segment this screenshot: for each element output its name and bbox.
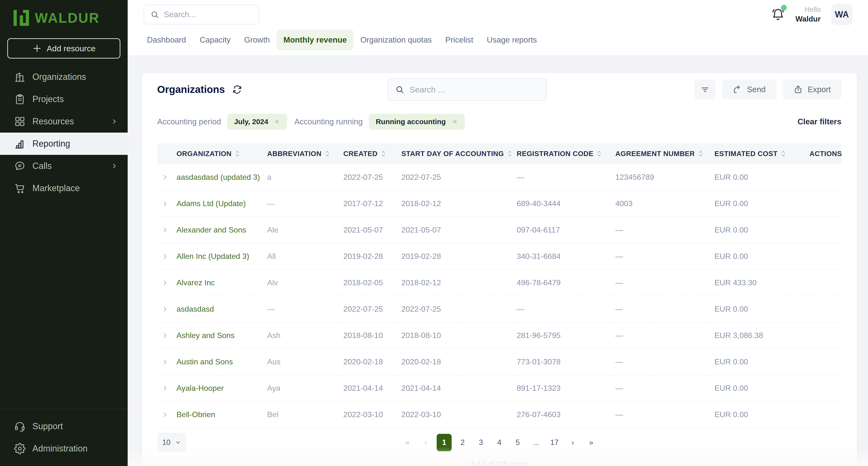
- sidebar-item-calls[interactable]: Calls: [0, 155, 128, 177]
- start-day-cell: 2019-02-28: [397, 243, 512, 269]
- agreement-number-cell: —: [611, 401, 710, 428]
- abbreviation-cell: —: [263, 191, 339, 217]
- page-button-1[interactable]: 1: [437, 434, 452, 451]
- notifications-button[interactable]: [771, 8, 785, 21]
- organization-link[interactable]: aasdasdasd (updated 3): [177, 173, 260, 181]
- organization-link[interactable]: Allen Inc (Updated 3): [177, 252, 249, 261]
- tab-growth[interactable]: Growth: [238, 30, 277, 50]
- row-expander[interactable]: [157, 322, 172, 349]
- registration-code-cell: 773-01-3078: [512, 349, 611, 375]
- sidebar-item-administration[interactable]: Administration: [0, 437, 128, 460]
- sidebar-item-organizations[interactable]: Organizations: [0, 66, 128, 88]
- page-first-button[interactable]: «: [400, 434, 415, 451]
- row-expander[interactable]: [157, 191, 172, 217]
- registration-code-cell: 496-78-6479: [512, 269, 611, 296]
- col-created[interactable]: CREATED: [339, 143, 397, 164]
- tab-pricelist[interactable]: Pricelist: [439, 30, 480, 50]
- filter-chip-accounting-period[interactable]: July, 2024: [227, 114, 287, 130]
- created-cell: 2021-04-14: [339, 375, 397, 401]
- organization-link[interactable]: Ayala-Hooper: [177, 384, 224, 392]
- row-expander[interactable]: [157, 401, 172, 428]
- tab-organization-quotas[interactable]: Organization quotas: [353, 30, 438, 50]
- table-row: Ayala-Hooper Aya 2021-04-14 2021-04-14 8…: [157, 375, 841, 401]
- topbar: Hello Waldur WA: [128, 0, 868, 29]
- global-search[interactable]: [144, 5, 259, 24]
- avatar[interactable]: WA: [831, 4, 852, 25]
- export-button[interactable]: Export: [783, 80, 841, 99]
- col-estimated-cost[interactable]: ESTIMATED COST: [710, 143, 805, 164]
- sidebar-item-support[interactable]: Support: [0, 415, 128, 437]
- tab-monthly-revenue[interactable]: Monthly revenue: [277, 30, 353, 50]
- filter-button[interactable]: [694, 80, 716, 99]
- agreement-number-cell: 4003: [611, 191, 710, 217]
- organization-link[interactable]: Ashley and Sons: [177, 331, 235, 340]
- row-expander[interactable]: [157, 375, 172, 401]
- send-button[interactable]: Send: [722, 80, 776, 99]
- sidebar-item-reporting[interactable]: Reporting: [0, 133, 128, 155]
- table-row: Ashley and Sons Ash 2018-08-10 2018-08-1…: [157, 322, 841, 349]
- sidebar-item-label: Projects: [32, 94, 64, 104]
- actions-cell: [805, 243, 841, 269]
- clear-filters-link[interactable]: Clear filters: [797, 117, 841, 126]
- tab-capacity[interactable]: Capacity: [193, 30, 237, 50]
- filter-label: Accounting running: [294, 117, 363, 126]
- col-organization[interactable]: ORGANIZATION: [172, 143, 263, 164]
- page-button-4[interactable]: 4: [492, 434, 507, 451]
- sort-icon: [325, 150, 330, 157]
- sidebar-item-projects[interactable]: Projects: [0, 88, 128, 110]
- chevron-right-icon: [161, 280, 168, 286]
- sidebar-nav: Organizations Projects Resources: [0, 66, 128, 199]
- page-size-select[interactable]: 10: [157, 433, 186, 453]
- organization-link[interactable]: Austin and Sons: [177, 357, 233, 366]
- close-icon[interactable]: [274, 119, 280, 125]
- col-start-day[interactable]: START DAY OF ACCOUNTING: [397, 143, 512, 164]
- organization-link[interactable]: Alexander and Sons: [177, 226, 246, 234]
- page-button-17[interactable]: 17: [547, 434, 562, 451]
- created-cell: 2019-02-28: [339, 243, 397, 269]
- organization-link[interactable]: Bell-Obrien: [177, 410, 215, 419]
- start-day-cell: 2018-02-12: [397, 269, 512, 296]
- col-abbreviation[interactable]: ABBREVIATION: [263, 143, 339, 164]
- page-button-5[interactable]: 5: [510, 434, 525, 451]
- page-button-3[interactable]: 3: [473, 434, 488, 451]
- close-icon[interactable]: [452, 119, 458, 125]
- agreement-number-cell: —: [611, 349, 710, 375]
- add-resource-button[interactable]: Add resource: [7, 38, 120, 59]
- start-day-cell: 2022-07-25: [397, 164, 512, 191]
- page-last-button[interactable]: »: [584, 434, 599, 451]
- organization-link[interactable]: Adams Ltd (Update): [177, 199, 246, 208]
- registration-code-cell: 891-17-1323: [512, 375, 611, 401]
- row-expander[interactable]: [157, 269, 172, 296]
- row-expander[interactable]: [157, 217, 172, 243]
- chevron-right-icon: [161, 332, 168, 339]
- agreement-number-cell: —: [611, 375, 710, 401]
- chat-bubble-icon: [14, 160, 26, 172]
- filter-chip-value: July, 2024: [234, 118, 268, 126]
- global-search-input[interactable]: [164, 10, 252, 19]
- app-logo[interactable]: WALDUR: [0, 0, 128, 29]
- sidebar-item-marketplace[interactable]: Marketplace: [0, 177, 128, 199]
- sidebar-item-label: Resources: [32, 116, 74, 126]
- table-search[interactable]: [388, 78, 547, 101]
- filter-chip-accounting-running[interactable]: Running accounting: [369, 114, 465, 130]
- tab-usage-reports[interactable]: Usage reports: [480, 30, 544, 50]
- row-expander[interactable]: [157, 296, 172, 322]
- tab-dashboard[interactable]: Dashboard: [140, 30, 193, 50]
- col-registration-code[interactable]: REGISTRATION CODE: [512, 143, 611, 164]
- page-next-button[interactable]: ›: [565, 434, 580, 451]
- sidebar-item-resources[interactable]: Resources: [0, 110, 128, 133]
- refresh-button[interactable]: [232, 84, 242, 95]
- page-button-2[interactable]: 2: [455, 434, 470, 451]
- organization-link[interactable]: asdasdasd: [177, 304, 214, 313]
- agreement-number-cell: —: [611, 243, 710, 269]
- chevron-right-icon: [161, 174, 168, 180]
- page-prev-button[interactable]: ‹: [418, 434, 433, 451]
- organization-link[interactable]: Alvarez Inc: [177, 278, 215, 287]
- col-agreement-number[interactable]: AGREEMENT NUMBER: [611, 143, 710, 164]
- row-expander[interactable]: [157, 243, 172, 269]
- created-cell: 2021-05-07: [339, 217, 397, 243]
- row-expander[interactable]: [157, 349, 172, 375]
- created-cell: 2022-03-10: [339, 401, 397, 428]
- row-expander[interactable]: [157, 164, 172, 191]
- table-search-input[interactable]: [410, 85, 539, 94]
